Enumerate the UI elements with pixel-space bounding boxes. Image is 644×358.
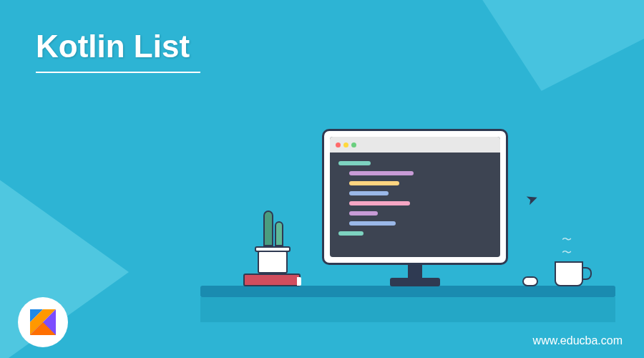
page-title: Kotlin List [36,29,190,64]
desk-shadow [200,297,615,322]
coffee-cup [555,261,583,286]
cursor-icon: ➤ [523,189,540,209]
desk [200,286,615,297]
window-minimize-dot [343,142,348,147]
window-close-dot [336,142,341,147]
decorative-triangle-top [404,0,644,128]
code-line [349,181,399,185]
code-line [349,171,414,175]
mouse-illustration [522,276,538,286]
code-line [349,211,378,216]
kotlin-logo-icon [29,308,57,337]
code-line [349,201,410,205]
browser-bar [330,137,500,153]
kotlin-logo-badge [18,297,68,347]
monitor [322,129,508,265]
window-maximize-dot [351,142,356,147]
steam-icon: 〜〜 [562,233,572,259]
code-line [338,161,371,165]
code-line [349,221,396,226]
code-editor [330,153,500,250]
book-illustration [243,274,301,286]
plant-pot [258,251,288,274]
code-line [349,191,389,195]
code-line [338,231,364,236]
plant-rim [255,246,291,252]
screen [330,137,500,257]
cactus-tall [263,211,273,246]
cactus-short [275,221,283,246]
title-underline [36,72,200,73]
website-url: www.educba.com [533,334,623,347]
